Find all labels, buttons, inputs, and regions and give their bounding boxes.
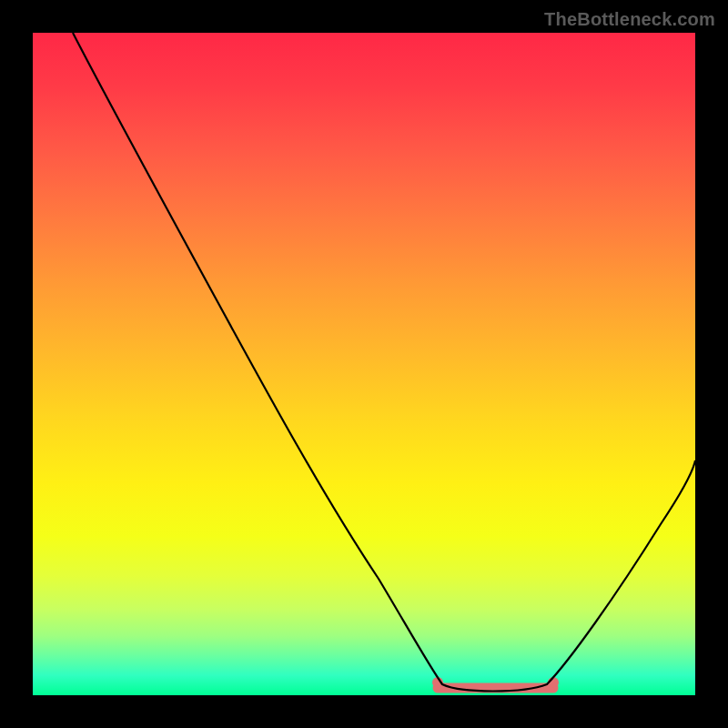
bottleneck-curve (73, 33, 695, 692)
plot-area (33, 33, 695, 695)
chart-frame: TheBottleneck.com (0, 0, 728, 728)
watermark-text: TheBottleneck.com (544, 9, 715, 30)
curve-svg (33, 33, 695, 695)
